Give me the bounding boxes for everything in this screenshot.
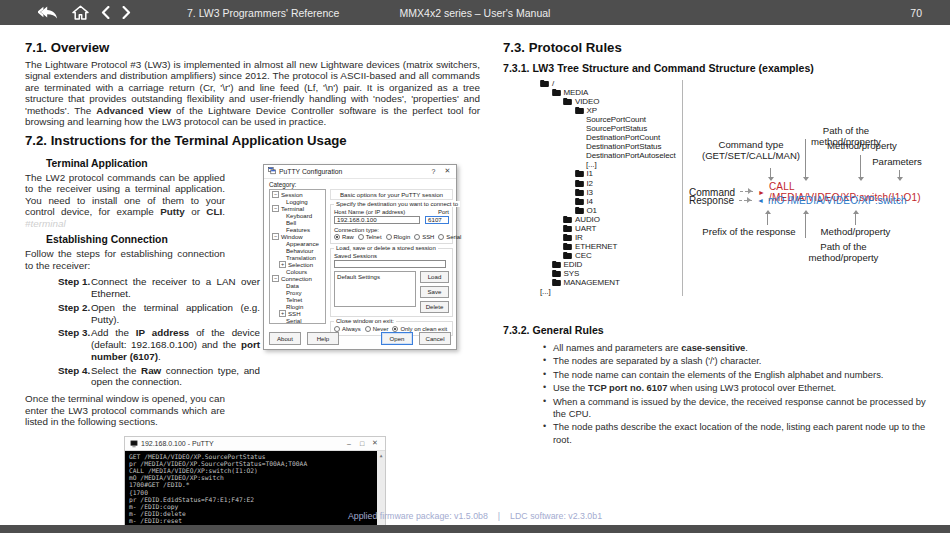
folder-icon <box>575 207 584 214</box>
tree-node: I2 <box>540 179 676 188</box>
rule-item: Use the TCP port no. 6107 when using LW3… <box>543 382 941 394</box>
close-icon: ✕ <box>370 439 380 447</box>
step-label: Step 3. <box>58 327 91 362</box>
rule-item: The node paths describe the exact locati… <box>543 421 941 446</box>
arrow-down-method <box>860 155 861 180</box>
tree-node: DestinationPortAutoselect <box>540 151 676 160</box>
putty-dialog-titlebar: PuTTY Configuration ? ✕ <box>264 165 456 179</box>
folder-icon <box>552 89 561 96</box>
tree-node: O1 <box>540 206 676 215</box>
tree-node: CEC <box>540 251 676 260</box>
destination-group: Specify the destination you want to conn… <box>330 204 453 244</box>
general-rules-heading: 7.3.2. General Rules <box>503 324 947 336</box>
radio-option: Raw <box>334 234 354 240</box>
putty-dialog-title: PuTTY Configuration <box>279 168 342 175</box>
tree-node: UART <box>540 224 676 233</box>
putty-category: Bell <box>270 219 325 226</box>
step-label: Step 2. <box>58 302 91 326</box>
tree-node: DestinationPortStatus <box>540 142 676 151</box>
port-input: 6107 <box>425 216 449 224</box>
putty-category-tree: −SessionLogging−TerminalKeyboardBellFeat… <box>269 189 326 324</box>
folder-icon <box>563 234 572 241</box>
folder-icon <box>552 270 561 277</box>
putty-category: −Session <box>270 191 325 198</box>
response-code: mO /MEDIA/VIDEO/XP:switch <box>768 195 907 206</box>
dialog-help-icon: ? <box>429 168 438 175</box>
tree-node: SourcePortCount <box>540 115 676 124</box>
rule-item: All names and parameters are case-sensit… <box>543 342 941 354</box>
tree-node: ETHERNET <box>540 242 676 251</box>
radio-option: Serial <box>438 234 461 240</box>
page-number: 70 <box>910 7 950 19</box>
session-group: Load, save or delete a stored session Sa… <box>330 248 453 317</box>
dialog-buttons-right: OpenCancel <box>381 332 451 345</box>
connection-type-label: Connection type: <box>334 227 449 233</box>
dialog-buttons-left: AboutHelp <box>269 332 339 345</box>
arrow-down-command-type <box>770 168 771 180</box>
top-nav-bar: 7. LW3 Programmers' Reference MMX4x2 ser… <box>0 0 950 25</box>
command-structure-diagram: /MEDIAVIDEOXPSourcePortCountSourcePortSt… <box>503 78 947 302</box>
connection-type-options: RawTelnetRloginSSHSerial <box>334 234 449 240</box>
putty-category: Data <box>270 282 325 289</box>
putty-category: +Selection <box>270 261 325 268</box>
category-label: Category: <box>269 181 296 188</box>
putty-category: Appearance <box>270 240 325 247</box>
folder-icon <box>575 189 584 196</box>
tree-node: [...] <box>540 160 676 169</box>
general-rules-list: All names and parameters are case-sensit… <box>543 342 941 446</box>
instructions-section: Terminal Application The LW2 protocol co… <box>25 158 480 428</box>
terminal-line: 1700#GET /EDID.* <box>129 481 375 488</box>
putty-category: Behaviour <box>270 247 325 254</box>
minimize-icon: – <box>344 440 354 447</box>
response-triangle-icon: ◄ <box>757 197 764 204</box>
putty-category: −Connection <box>270 275 325 282</box>
folder-icon <box>552 261 561 268</box>
folder-icon <box>563 252 572 259</box>
terminal-line: pr /EDID.EdidStatus=F47:E1;F47:E2 <box>129 496 375 503</box>
tree-node: SourcePortStatus <box>540 124 676 133</box>
manual-title: MMX4x2 series – User's Manual <box>0 7 950 19</box>
terminal-title: 192.168.0.100 - PuTTY <box>141 440 214 447</box>
scroll-up-icon: ▲ <box>380 452 383 459</box>
radio-option: Rlogin <box>386 234 411 240</box>
rule-item: When a command is issued by the device, … <box>543 396 941 421</box>
once-opened-paragraph: Once the terminal window is opened, you … <box>25 393 225 427</box>
dialog-footer: AboutHelp OpenCancel <box>269 332 451 345</box>
putty-category: Colours <box>270 268 325 275</box>
tree-node: I1 <box>540 169 676 178</box>
step-label: Step 1. <box>58 276 91 300</box>
folder-icon <box>575 180 584 187</box>
rule-item: The nodes are separated by a slash ('/')… <box>543 355 941 367</box>
tree-node: DestinationPortCount <box>540 133 676 142</box>
putty-category: −Window <box>270 233 325 240</box>
folder-icon <box>563 243 572 250</box>
rule-item: The node name can contain the elements o… <box>543 369 941 381</box>
save-button: Save <box>420 286 449 298</box>
saved-sessions-listbox: Default Settings <box>334 271 416 307</box>
step-text: Connect the receiver to a LAN over Ether… <box>91 276 260 300</box>
dashed-arrow-icon <box>740 191 753 193</box>
tree-node: I3 <box>540 188 676 197</box>
right-column: 7.3. Protocol Rules 7.3.1. LW3 Tree Stru… <box>503 40 947 447</box>
folder-icon <box>575 198 584 205</box>
putty-category: Translation <box>270 254 325 261</box>
step-text: Open the terminal application (e.g. Putt… <box>91 302 260 326</box>
tree-node: EDID <box>540 260 676 269</box>
putty-terminal-icon <box>130 434 138 452</box>
tree-node: XP <box>540 106 676 115</box>
dashed-arrow-icon <box>739 200 752 202</box>
overview-heading: 7.1. Overview <box>25 40 480 55</box>
host-name-input: 192.168.0.100 <box>334 216 420 224</box>
arrow-down-parameters <box>899 170 900 180</box>
folder-icon <box>563 216 572 223</box>
tree-node: IR <box>540 233 676 242</box>
terminal-line: mO /MEDIA/VIDEO/XP:switch <box>129 474 375 481</box>
open-button: Open <box>381 332 413 345</box>
cancel-button: Cancel <box>419 332 451 345</box>
label-method-top: Method/property <box>823 141 901 152</box>
steps-list: Step 1.Connect the receiver to a LAN ove… <box>58 276 260 388</box>
terminal-line: GET /MEDIA/VIDEO/XP.SourcePortStatus <box>129 453 375 460</box>
protocol-rules-heading: 7.3. Protocol Rules <box>503 40 947 55</box>
tree-node: MANAGEMENT <box>540 278 676 287</box>
tree-node: SYS <box>540 269 676 278</box>
